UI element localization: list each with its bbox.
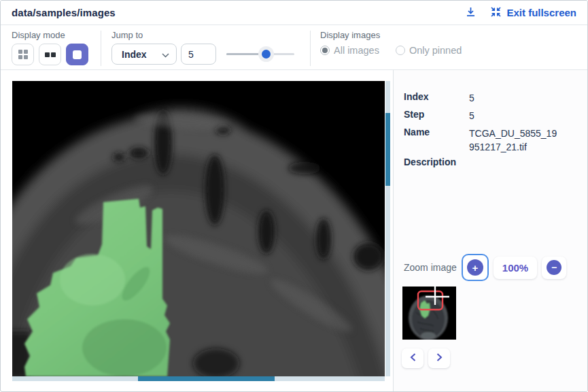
display-images-group: Display images All images Only pinned [320, 30, 462, 56]
details-panel: Index 5 Step 5 Name TCGA_DU_5855_1995121… [393, 70, 587, 391]
mri-image-viewport[interactable] [12, 81, 385, 376]
step-row: Step 5 [404, 109, 581, 122]
image-minimap[interactable] [402, 287, 456, 340]
horizontal-scrollbar[interactable] [12, 376, 385, 381]
vertical-scrollbar[interactable] [385, 81, 390, 376]
jump-mode-select-value: Index [122, 49, 147, 60]
grid-icon [18, 50, 28, 59]
toolbar: Display mode Jump to Index [1, 25, 587, 70]
header-bar: data/samples/images [1, 1, 587, 25]
radio-all-images-label: All images [334, 45, 379, 56]
two-tiles-icon [45, 52, 56, 57]
display-mode-pair-button[interactable] [39, 44, 61, 65]
toolbar-divider [310, 31, 311, 66]
description-label: Description [404, 157, 469, 167]
display-images-label: Display images [320, 30, 462, 40]
index-slider[interactable] [226, 44, 294, 65]
download-button[interactable] [465, 6, 477, 20]
radio-unselected-icon [396, 46, 405, 55]
jump-index-input[interactable] [181, 44, 216, 65]
index-value: 5 [469, 91, 559, 105]
download-icon [465, 6, 477, 20]
image-navigation [402, 348, 450, 368]
chevron-left-icon [410, 353, 416, 363]
slider-fill [226, 53, 266, 55]
image-viewer-widget: data/samples/images [0, 0, 588, 392]
minus-icon: − [547, 260, 561, 275]
jump-to-group: Jump to Index [111, 30, 294, 65]
horizontal-scrollbar-thumb[interactable] [138, 376, 275, 381]
vertical-scrollbar-thumb[interactable] [385, 113, 390, 186]
step-label: Step [404, 109, 469, 122]
zoom-level-value: 100% [494, 257, 537, 279]
display-mode-group: Display mode [12, 30, 88, 65]
zoom-out-button[interactable]: − [542, 257, 566, 279]
exit-fullscreen-icon [490, 6, 502, 20]
zoom-image-label: Zoom image [404, 262, 462, 273]
zoom-controls: Zoom image + 100% − [404, 254, 566, 281]
jump-mode-select[interactable]: Index [111, 44, 177, 65]
plus-icon: + [467, 259, 483, 276]
name-row: Name TCGA_DU_5855_19951217_21.tif [404, 127, 581, 154]
mri-image [12, 81, 385, 376]
index-label: Index [404, 91, 469, 105]
chevron-right-icon [436, 353, 443, 363]
display-mode-grid-button[interactable] [12, 44, 34, 65]
breadcrumb-title: data/samples/images [12, 7, 116, 18]
next-image-button[interactable] [428, 348, 450, 368]
radio-selected-icon [320, 46, 330, 55]
name-value: TCGA_DU_5855_19951217_21.tif [469, 127, 559, 154]
toolbar-divider [101, 31, 101, 66]
previous-image-button[interactable] [402, 348, 423, 368]
description-row: Description [404, 157, 581, 167]
radio-only-pinned[interactable]: Only pinned [396, 45, 462, 56]
header-actions: Exit fullscreen [465, 6, 576, 20]
exit-fullscreen-button[interactable]: Exit fullscreen [490, 6, 576, 20]
chevron-down-icon [162, 49, 169, 60]
index-row: Index 5 [404, 91, 581, 105]
jump-to-label: Jump to [111, 30, 294, 40]
step-value: 5 [469, 109, 559, 122]
single-tile-icon [73, 50, 82, 59]
slider-thumb[interactable] [262, 50, 271, 59]
radio-all-images[interactable]: All images [320, 45, 379, 56]
description-value [469, 157, 559, 167]
radio-only-pinned-label: Only pinned [409, 45, 462, 56]
display-mode-single-button[interactable] [66, 44, 88, 65]
name-label: Name [404, 127, 469, 154]
display-mode-label: Display mode [12, 30, 88, 40]
zoom-in-button[interactable]: + [462, 254, 489, 281]
exit-fullscreen-label: Exit fullscreen [506, 7, 576, 18]
